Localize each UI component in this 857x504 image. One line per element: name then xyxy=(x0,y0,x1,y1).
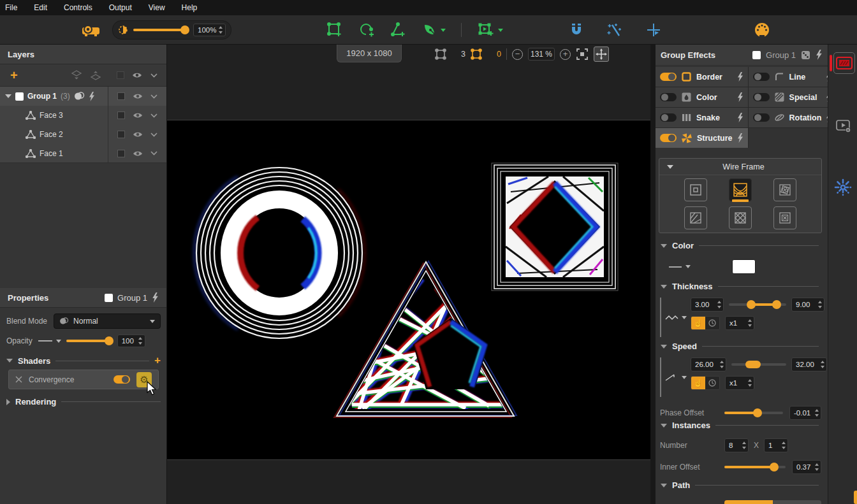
menu-output[interactable]: Output xyxy=(109,3,132,12)
zoom-out-button[interactable]: − xyxy=(512,49,523,60)
add-quad-icon[interactable] xyxy=(326,22,343,38)
border-flash-icon[interactable] xyxy=(737,72,743,82)
path-collapse-triangle[interactable] xyxy=(661,484,667,487)
add-shader-button[interactable]: + xyxy=(154,355,161,366)
move-layer-down-icon[interactable] xyxy=(71,70,82,80)
effect-tile-special[interactable]: Special xyxy=(749,87,837,107)
thickness-min-spinner[interactable]: 3.00 xyxy=(691,298,724,312)
blend-mode-dropdown[interactable]: Normal xyxy=(54,313,161,329)
structure-toggle[interactable] xyxy=(660,134,677,142)
line-toggle[interactable] xyxy=(753,73,770,81)
opacity-slider[interactable] xyxy=(66,340,112,342)
effects-tab-icon[interactable] xyxy=(833,52,855,74)
zoom-level[interactable]: 131 % xyxy=(528,48,555,61)
remove-shader-icon[interactable] xyxy=(15,376,22,383)
menu-controls[interactable]: Controls xyxy=(64,3,92,12)
layer-row-face1[interactable]: Face 1 xyxy=(0,144,166,163)
group-collapse-chevron[interactable] xyxy=(150,94,157,99)
visibility-all-icon[interactable] xyxy=(132,71,142,79)
color-curve-dropdown[interactable] xyxy=(668,264,691,270)
add-layer-button[interactable]: + xyxy=(0,69,71,81)
path-direction-right-button[interactable] xyxy=(773,500,821,504)
menu-view[interactable]: View xyxy=(149,3,165,12)
effect-tile-rotation[interactable]: Rotation xyxy=(749,108,837,127)
pen-tool-caret[interactable] xyxy=(441,29,446,32)
group-flash-icon[interactable] xyxy=(89,92,95,101)
wireframe-mode-xbox[interactable] xyxy=(773,206,796,229)
face1-visibility-icon[interactable] xyxy=(133,150,143,157)
snake-flash-icon[interactable] xyxy=(737,113,743,122)
shader-row-convergence[interactable]: Convergence ⚙ xyxy=(8,370,159,389)
snake-toggle[interactable] xyxy=(660,113,677,122)
speed-slider[interactable] xyxy=(731,363,786,366)
speed-multiplier-spinner[interactable]: x1 xyxy=(725,376,754,390)
brightness-value-spinner[interactable]: 100% xyxy=(193,24,226,36)
color-toggle[interactable] xyxy=(660,93,677,101)
inner-offset-slider[interactable] xyxy=(724,466,786,468)
effect-tile-snake[interactable]: Snake xyxy=(656,108,748,127)
layer-row-face2[interactable]: Face 2 xyxy=(0,125,166,144)
effect-tile-color[interactable]: Color xyxy=(656,87,748,107)
stroke-color-swatch[interactable] xyxy=(732,259,756,274)
group-solo-checkbox[interactable] xyxy=(117,92,125,100)
speed-min-spinner[interactable]: 26.00 xyxy=(691,357,726,371)
projector-icon[interactable] xyxy=(82,23,101,37)
layer-row-face3[interactable]: Face 3 xyxy=(0,106,166,125)
wireframe-mode-concentric[interactable] xyxy=(684,178,707,201)
add-player-tool[interactable] xyxy=(477,22,503,38)
phase-offset-slider[interactable] xyxy=(724,412,783,414)
inner-offset-spinner[interactable]: 0.37 xyxy=(792,460,821,474)
properties-flash-icon[interactable] xyxy=(152,292,159,303)
speed-collapse-triangle[interactable] xyxy=(661,345,667,349)
collapse-all-chevron[interactable] xyxy=(150,73,157,78)
player-settings-icon[interactable] xyxy=(835,118,852,134)
move-layer-up-icon[interactable] xyxy=(90,70,101,80)
menu-file[interactable]: File xyxy=(5,3,17,12)
effects-flash-icon[interactable] xyxy=(816,50,823,60)
face1-solo-checkbox[interactable] xyxy=(117,150,125,157)
face3-chevron[interactable] xyxy=(150,113,157,118)
wireframe-mode-rotated[interactable] xyxy=(773,178,796,201)
opacity-spinner[interactable]: 100 xyxy=(117,335,145,347)
face3-solo-checkbox[interactable] xyxy=(117,112,125,119)
zoom-in-button[interactable]: + xyxy=(560,49,571,60)
speed-clock-button[interactable] xyxy=(705,377,719,389)
pen-tool[interactable] xyxy=(422,22,446,38)
group-color-swatch[interactable] xyxy=(15,92,24,101)
path-direction-segmented[interactable] xyxy=(724,500,821,504)
thickness-collapse-triangle[interactable] xyxy=(661,285,667,289)
clipped-orange-control[interactable] xyxy=(854,491,857,504)
rendering-collapse-triangle[interactable] xyxy=(6,399,10,405)
midi-icon[interactable] xyxy=(754,22,770,38)
special-toggle[interactable] xyxy=(753,93,770,101)
border-toggle[interactable] xyxy=(660,73,677,81)
shader-settings-button[interactable]: ⚙ xyxy=(136,372,152,387)
group-disclosure-triangle[interactable] xyxy=(5,94,11,98)
color-collapse-triangle[interactable] xyxy=(661,244,667,248)
instances-collapse-triangle[interactable] xyxy=(661,424,667,428)
opacity-curve-dropdown[interactable] xyxy=(38,338,61,343)
effect-tile-border[interactable]: Border xyxy=(656,67,748,87)
canvas-area[interactable]: 1920 x 1080 3 0 − 131 % + xyxy=(167,45,656,504)
thickness-tap-button[interactable]: ☝ xyxy=(691,317,705,329)
rotation-toggle[interactable] xyxy=(753,113,770,122)
path-direction-left-button[interactable] xyxy=(724,500,773,504)
instances-x-spinner[interactable]: 8 xyxy=(724,438,749,452)
effect-tile-line[interactable]: Line xyxy=(749,67,837,87)
wireframe-mode-diagonal[interactable] xyxy=(684,206,707,229)
add-circle-icon[interactable] xyxy=(358,22,375,38)
phase-offset-spinner[interactable]: -0.01 xyxy=(789,406,821,420)
group-visibility-icon[interactable] xyxy=(133,92,143,100)
face2-chevron[interactable] xyxy=(150,133,157,137)
face2-solo-checkbox[interactable] xyxy=(117,131,125,138)
shader-toggle[interactable] xyxy=(114,375,130,384)
speed-tap-button[interactable]: ☝ xyxy=(691,377,705,389)
thickness-max-spinner[interactable]: 9.00 xyxy=(791,298,824,312)
output-viewport[interactable] xyxy=(167,120,650,460)
thickness-clock-button[interactable] xyxy=(705,317,719,329)
add-player-caret[interactable] xyxy=(498,29,503,32)
wire-frame-collapse-triangle[interactable] xyxy=(667,165,673,169)
thickness-wave-dropdown[interactable] xyxy=(665,298,687,337)
effect-tile-structure[interactable]: Structure xyxy=(656,128,748,148)
snap-magnet-icon[interactable] xyxy=(569,23,583,37)
